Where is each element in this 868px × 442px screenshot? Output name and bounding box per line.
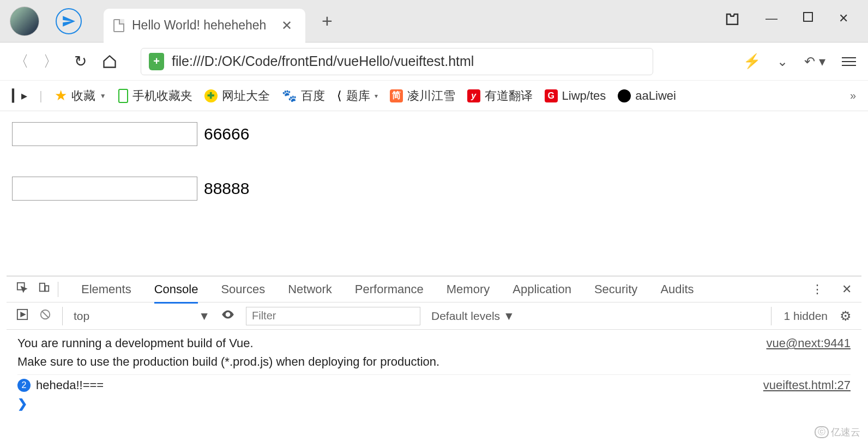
favorites-button[interactable]: ★收藏▼ [55,87,106,104]
bolt-icon[interactable]: ⚡ [743,53,761,70]
jian-icon: 简 [390,89,403,102]
eye-icon[interactable] [221,307,235,324]
tab-memory[interactable]: Memory [447,282,490,296]
back-button[interactable]: 〈 [12,52,31,71]
input-2[interactable] [12,177,197,201]
log-source[interactable]: vueiftest.html:27 [763,378,851,392]
tab-security[interactable]: Security [594,282,637,296]
clear-console-icon[interactable] [39,308,51,323]
url-box[interactable]: + file:///D:/OK/Code/frontEnd/vueHello/v… [141,48,653,75]
bookmarks-more[interactable]: » [850,89,856,102]
shield-icon: + [149,53,164,70]
bookmark-github[interactable]: aaLiwei [618,89,676,103]
tab-sources[interactable]: Sources [221,282,265,296]
log-line: You are running a development build of V… [17,334,851,353]
address-bar: 〈 〉 ↻ + file:///D:/OK/Code/frontEnd/vueH… [0,43,868,81]
tiku-icon: ⟨ [337,89,342,103]
wardrobe-icon[interactable] [724,11,740,31]
devtools-tabs: Elements Console Sources Network Perform… [7,276,861,302]
window-controls: — ✕ [724,11,868,31]
liwp-icon: G [545,89,558,102]
baidu-icon: 🐾 [282,89,297,103]
filter-input[interactable] [246,307,420,325]
page-content: 66666 88888 [0,111,868,242]
send-icon[interactable] [56,8,82,34]
browser-title-bar: Hello World! heheheheh ✕ + — ✕ [0,0,868,43]
reload-button[interactable]: ↻ [71,52,89,71]
tab-application[interactable]: Application [513,282,571,296]
page-icon [113,19,124,32]
browser-tab[interactable]: Hello World! heheheheh ✕ [104,9,305,43]
device-icon[interactable] [38,282,50,297]
hidden-count: 1 hidden [783,310,828,323]
minimize-button[interactable]: — [765,11,777,31]
phone-icon [118,89,128,103]
console-prompt[interactable]: ❯ [17,395,851,413]
log-count-badge: 2 [17,379,31,392]
bookmark-360[interactable]: ✚网址大全 [204,88,270,104]
log-text: Make sure to use the production build (*… [17,355,851,369]
undo-icon[interactable]: ↶ ▾ [804,54,825,69]
bookmark-baidu[interactable]: 🐾百度 [282,88,325,104]
new-tab-button[interactable]: + [322,10,333,32]
log-text: You are running a development build of V… [17,336,767,350]
console-toolbar: top▼ Default levels ▼ 1 hidden ⚙ [7,302,861,330]
bookmark-tiku[interactable]: ⟨题库 ▾ [337,88,378,104]
forward-button[interactable]: 〉 [41,52,60,71]
url-text: file:///D:/OK/Code/frontEnd/vueHello/vue… [172,53,474,69]
devtools-more-icon[interactable]: ⋮ [811,282,823,296]
console-output: You are running a development build of V… [7,330,861,442]
gear-icon[interactable]: ⚙ [840,308,852,324]
tab-title: Hello World! heheheheh [132,18,270,33]
tab-elements[interactable]: Elements [81,282,131,296]
bookmark-youdao[interactable]: y有道翻译 [467,88,533,104]
360-icon: ✚ [204,89,218,102]
youdao-icon: y [467,89,480,102]
watermark: ⓒ亿速云 [815,426,860,439]
chevron-down-icon[interactable]: ⌄ [777,54,788,69]
menu-icon[interactable] [842,57,856,66]
log-source[interactable]: vue@next:9441 [767,336,851,350]
tab-performance[interactable]: Performance [355,282,424,296]
log-text: heheda!!=== [36,378,763,392]
tab-console[interactable]: Console [154,282,198,304]
svg-rect-2 [40,283,45,291]
svg-rect-3 [45,286,49,291]
context-selector[interactable]: top▼ [74,310,210,323]
bookmark-jian[interactable]: 简凌川江雪 [390,88,455,104]
value-1: 66666 [204,125,249,143]
devtools-panel: Elements Console Sources Network Perform… [7,276,861,442]
home-button[interactable] [100,52,119,71]
log-line: Make sure to use the production build (*… [17,353,851,371]
svg-rect-0 [804,13,812,21]
inspect-icon[interactable] [16,282,28,297]
bookmarks-bar: ▎▸ | ★收藏▼ 手机收藏夹 ✚网址大全 🐾百度 ⟨题库 ▾ 简凌川江雪 y有… [0,81,868,111]
mobile-favorites[interactable]: 手机收藏夹 [118,88,192,104]
close-window-button[interactable]: ✕ [839,11,848,31]
close-tab-icon[interactable]: ✕ [278,18,296,33]
star-icon: ★ [55,87,67,104]
tab-network[interactable]: Network [288,282,332,296]
row-1: 66666 [12,122,856,146]
console-play-icon[interactable] [16,308,28,323]
devtools-close-icon[interactable]: ✕ [842,282,852,296]
profile-avatar[interactable] [10,7,39,36]
row-2: 88888 [12,177,856,201]
devbar-icon[interactable]: ▎▸ [12,89,27,103]
github-icon [618,89,631,102]
value-2: 88888 [204,179,249,198]
tab-audits[interactable]: Audits [660,282,694,296]
maximize-button[interactable] [803,11,813,31]
input-1[interactable] [12,122,197,146]
bookmark-liwp[interactable]: GLiwp/tes [545,89,606,103]
levels-selector[interactable]: Default levels ▼ [431,310,515,323]
log-line: 2 heheda!!=== vueiftest.html:27 [17,374,851,395]
